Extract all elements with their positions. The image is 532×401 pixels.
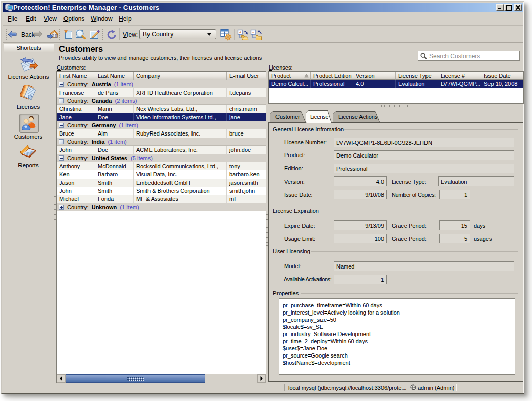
svg-text:License: License <box>310 114 328 120</box>
svg-text:License Actions: License Actions <box>338 114 378 120</box>
svg-text:Customer: Customer <box>275 114 300 120</box>
